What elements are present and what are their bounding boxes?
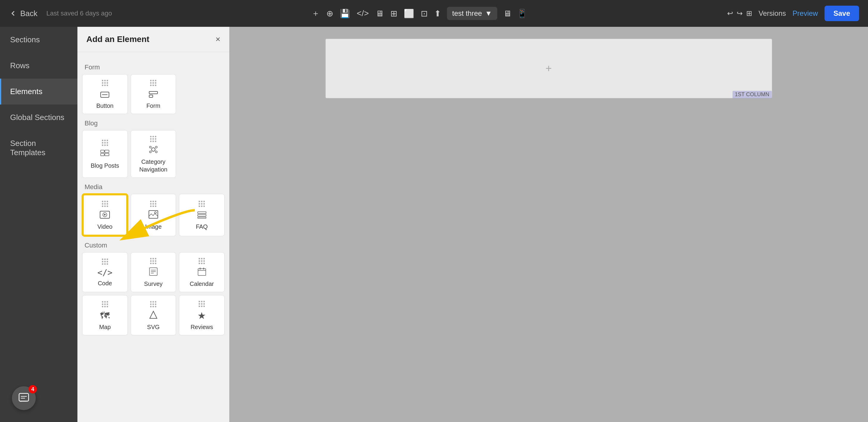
survey-element[interactable]: Survey bbox=[131, 252, 176, 292]
page-selector[interactable]: test three ▼ bbox=[447, 7, 498, 20]
svg-point-11 bbox=[150, 151, 151, 153]
chat-notification-badge: 4 bbox=[29, 385, 37, 393]
form-element[interactable]: Form bbox=[131, 74, 176, 114]
svg-rect-26 bbox=[198, 269, 206, 275]
window-icon[interactable]: ⬜ bbox=[404, 9, 414, 19]
code-label: Code bbox=[98, 279, 112, 287]
grid-icon[interactable]: ⊡ bbox=[421, 9, 428, 19]
versions-button[interactable]: Versions bbox=[759, 9, 786, 18]
faq-label: FAQ bbox=[196, 223, 208, 231]
blog-posts-icon bbox=[100, 149, 109, 160]
desktop-icon[interactable]: 🖥 bbox=[503, 9, 512, 19]
last-saved-text: Last saved 6 days ago bbox=[46, 9, 112, 17]
form-dots bbox=[150, 80, 156, 86]
image-element[interactable]: Image bbox=[131, 194, 176, 236]
svg-dots bbox=[150, 301, 156, 307]
category-navigation-icon bbox=[149, 145, 157, 156]
tablet-icon[interactable]: 📱 bbox=[517, 9, 527, 19]
topbar: Back Last saved 6 days ago ＋ ⊕ 💾 </> 🖥 ⊞… bbox=[0, 0, 868, 27]
calendar-element[interactable]: Calendar bbox=[179, 252, 224, 292]
export-icon[interactable]: ⬆ bbox=[434, 9, 441, 19]
save-icon[interactable]: 💾 bbox=[340, 9, 350, 19]
video-element[interactable]: Video bbox=[82, 194, 128, 236]
map-label: Map bbox=[99, 323, 111, 331]
back-button[interactable]: Back bbox=[9, 9, 37, 18]
map-icon: 🗺 bbox=[100, 310, 110, 321]
button-element[interactable]: Button bbox=[82, 74, 128, 114]
panel-close-button[interactable]: × bbox=[216, 34, 220, 44]
layers-icon[interactable]: ⊕ bbox=[327, 9, 333, 19]
svg-rect-6 bbox=[101, 153, 104, 156]
panel-content: Form Button bbox=[78, 52, 229, 422]
blog-posts-element[interactable]: Blog Posts bbox=[82, 130, 128, 178]
svg-point-18 bbox=[155, 212, 156, 214]
topbar-center: ＋ ⊕ 💾 </> 🖥 ⊞ ⬜ ⊡ ⬆ test three ▼ 🖥 📱 bbox=[311, 7, 527, 20]
survey-label: Survey bbox=[144, 280, 163, 288]
layout-icon[interactable]: ⊞ bbox=[391, 9, 397, 19]
form-section-label: Form bbox=[85, 63, 224, 71]
sidebar-item-section-templates[interactable]: Section Templates bbox=[0, 130, 78, 165]
image-label: Image bbox=[145, 223, 162, 231]
add-icon[interactable]: ＋ bbox=[311, 8, 320, 19]
save-button[interactable]: Save bbox=[825, 6, 859, 21]
svg-marker-15 bbox=[104, 214, 106, 216]
undo-redo: ↩ ↪ ⊞ bbox=[727, 9, 752, 18]
svg-rect-17 bbox=[149, 211, 158, 218]
canvas-frame: + 1ST COLUMN bbox=[326, 39, 772, 98]
svg-rect-7 bbox=[105, 153, 109, 156]
more-grid: 🗺 Map SVG bbox=[82, 295, 224, 335]
calendar-label: Calendar bbox=[190, 280, 214, 288]
sidebar: Sections Rows Elements Global Sections S… bbox=[0, 27, 78, 422]
preview-icon[interactable]: 🖥 bbox=[375, 9, 384, 19]
category-nav-dots bbox=[150, 136, 156, 142]
redo-icon[interactable]: ↪ bbox=[737, 9, 743, 18]
preview-button[interactable]: Preview bbox=[793, 9, 818, 18]
survey-dots bbox=[150, 258, 156, 264]
form-label: Form bbox=[147, 102, 160, 110]
chat-bubble[interactable]: 4 bbox=[12, 386, 36, 410]
panel-header: Add an Element × bbox=[78, 27, 229, 52]
add-row-button[interactable]: + bbox=[546, 62, 552, 75]
reviews-dots bbox=[198, 301, 205, 307]
media-grid: Video bbox=[82, 194, 224, 236]
map-element[interactable]: 🗺 Map bbox=[82, 295, 128, 335]
sidebar-item-global-sections[interactable]: Global Sections bbox=[0, 104, 78, 130]
blog-grid: Blog Posts Category Na bbox=[82, 130, 224, 178]
code-dots bbox=[102, 259, 108, 265]
svg-rect-19 bbox=[198, 212, 206, 214]
svg-rect-20 bbox=[198, 214, 206, 216]
svg-marker-30 bbox=[150, 311, 157, 319]
svg-rect-3 bbox=[149, 95, 153, 97]
svg-rect-5 bbox=[105, 150, 109, 152]
image-icon bbox=[149, 210, 158, 221]
faq-element[interactable]: FAQ bbox=[179, 194, 224, 236]
chevron-down-icon: ▼ bbox=[485, 9, 492, 18]
category-navigation-element[interactable]: Category Navigation bbox=[131, 130, 176, 178]
topbar-right: ↩ ↪ ⊞ Versions Preview Save bbox=[727, 6, 859, 21]
sidebar-item-sections[interactable]: Sections bbox=[0, 27, 78, 53]
sidebar-item-rows[interactable]: Rows bbox=[0, 53, 78, 79]
map-dots bbox=[102, 301, 108, 307]
reviews-element[interactable]: ★ Reviews bbox=[179, 295, 224, 335]
svg-point-12 bbox=[155, 151, 157, 153]
settings-icon[interactable]: ⊞ bbox=[746, 9, 752, 18]
sidebar-item-elements[interactable]: Elements bbox=[0, 79, 78, 104]
code-icon[interactable]: </> bbox=[357, 9, 369, 18]
blog-posts-label: Blog Posts bbox=[91, 162, 119, 170]
video-label: Video bbox=[97, 223, 113, 231]
svg-element[interactable]: SVG bbox=[131, 295, 176, 335]
undo-icon[interactable]: ↩ bbox=[727, 9, 733, 18]
blog-posts-dots bbox=[102, 140, 108, 146]
code-element[interactable]: </> Code bbox=[82, 252, 128, 292]
svg-label: SVG bbox=[147, 323, 160, 331]
svg-icon bbox=[149, 310, 157, 321]
add-element-panel: Add an Element × Form Button bbox=[78, 27, 229, 422]
video-icon bbox=[100, 210, 110, 221]
media-section-label: Media bbox=[85, 183, 224, 191]
svg-rect-31 bbox=[19, 393, 29, 401]
button-dots bbox=[102, 80, 108, 86]
button-icon bbox=[100, 89, 109, 100]
canvas-area: + 1ST COLUMN bbox=[229, 27, 868, 422]
video-dots bbox=[102, 201, 108, 207]
form-icon bbox=[149, 89, 158, 100]
